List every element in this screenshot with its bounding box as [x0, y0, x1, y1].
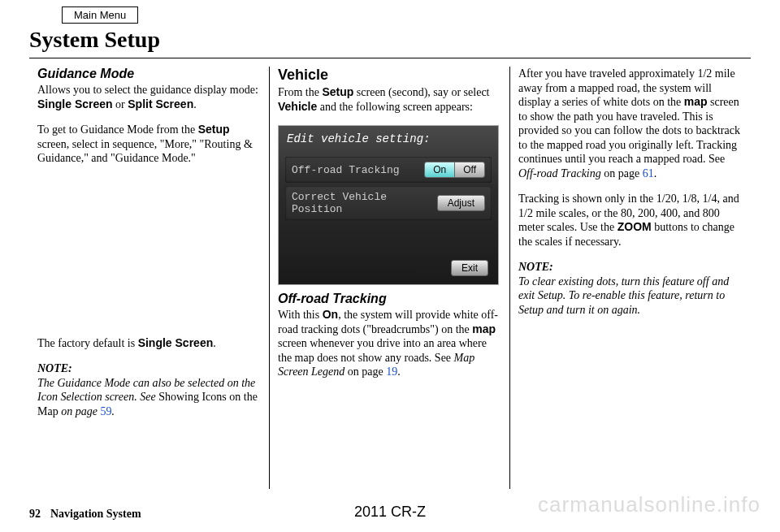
tracking-note: NOTE: To clear existing dots, turn this …	[518, 260, 743, 317]
text: .	[654, 167, 657, 179]
text-bold: ZOOM	[618, 220, 652, 233]
text-bold: Vehicle	[278, 100, 317, 113]
text: screen, select in sequence, "More," "Rou…	[37, 138, 253, 165]
text-bold: Setup	[322, 85, 353, 98]
text: .	[213, 337, 216, 349]
nav-row-correct-position: Correct Vehicle Position Adjust	[285, 186, 492, 220]
text: The factory default is	[37, 337, 138, 349]
toggle-on[interactable]: On	[425, 162, 455, 177]
page-title: System Setup	[29, 27, 751, 58]
nav-screen-title: Edit vehicle setting:	[279, 126, 498, 154]
footer-model: 2011 CR-Z	[354, 504, 426, 521]
nav-unit-screenshot: Edit vehicle setting: Off-road Tracking …	[278, 125, 499, 285]
guidance-default: The factory default is Single Screen.	[37, 336, 261, 351]
page-footer: 92 Navigation System 2011 CR-Z	[29, 508, 751, 521]
text-bold: Single Screen	[37, 97, 113, 110]
toggle-off[interactable]: Off	[455, 162, 484, 177]
vehicle-intro: From the Setup screen (second), say or s…	[278, 85, 501, 114]
note-label: NOTE:	[37, 362, 72, 374]
page-link-59[interactable]: 59	[100, 405, 111, 417]
text: With this	[278, 309, 323, 321]
heading-guidance-mode: Guidance Mode	[37, 67, 261, 81]
guidance-howto: To get to Guidance Mode from the Setup s…	[37, 123, 261, 166]
note-body: To clear existing dots, turn this featur…	[518, 275, 729, 316]
heading-offroad-tracking: Off-road Tracking	[278, 292, 501, 306]
text: .	[193, 98, 197, 110]
main-menu-button[interactable]: Main Menu	[62, 6, 138, 24]
onoff-toggle[interactable]: On Off	[424, 162, 485, 178]
guidance-intro: Allows you to select the guidance displa…	[37, 83, 261, 111]
tracking-explain: After you have traveled approximately 1/…	[518, 67, 743, 180]
ref-italic: Off-road Tracking	[518, 167, 601, 179]
text-bold: map	[684, 95, 708, 108]
offroad-body: With this On, the system will provide wh…	[278, 308, 501, 379]
text: or	[113, 98, 128, 110]
text: Allows you to select the guidance displa…	[37, 84, 258, 96]
text-bold: Setup	[198, 123, 230, 136]
text: screen (second), say or select	[353, 86, 489, 98]
heading-vehicle: Vehicle	[278, 67, 501, 84]
tracking-scales: Tracking is shown only in the 1/20, 1/8,…	[518, 192, 743, 249]
text: on page	[601, 167, 643, 179]
text-bold: Split Screen	[128, 97, 193, 110]
guidance-note: NOTE: The Guidance Mode can also be sele…	[37, 361, 261, 418]
text-bold: Single Screen	[138, 336, 214, 349]
page-link-19[interactable]: 19	[386, 365, 397, 378]
text: on page	[344, 365, 386, 378]
text: .	[111, 405, 115, 417]
column-1: Guidance Mode Allows you to select the g…	[29, 67, 270, 489]
text: .	[397, 365, 401, 378]
adjust-button[interactable]: Adjust	[437, 195, 485, 211]
note-label: NOTE:	[518, 261, 553, 273]
text: To get to Guidance Mode from the	[37, 123, 198, 136]
nav-row-offroad: Off-road Tracking On Off	[285, 157, 492, 183]
nav-row-label: Correct Vehicle Position	[292, 191, 437, 215]
content-columns: Guidance Mode Allows you to select the g…	[29, 67, 751, 489]
text: From the	[278, 86, 322, 98]
page-link-61[interactable]: 61	[643, 167, 654, 179]
note-text: on page	[58, 405, 101, 417]
text-bold: On	[323, 308, 338, 321]
footer-section: Navigation System	[50, 508, 141, 521]
page-number: 92	[29, 508, 41, 521]
nav-row-label: Off-road Tracking	[292, 164, 400, 176]
column-2: Vehicle From the Setup screen (second), …	[270, 67, 510, 489]
text: and the following screen appears:	[317, 101, 473, 113]
exit-button[interactable]: Exit	[451, 260, 488, 276]
text-bold: map	[472, 322, 496, 335]
column-3: After you have traveled approximately 1/…	[510, 67, 751, 489]
